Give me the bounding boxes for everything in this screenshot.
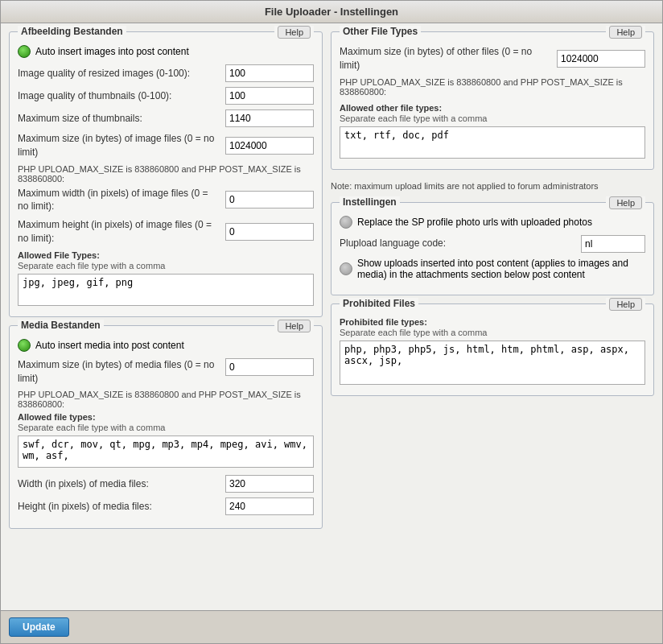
afbeelding-help-container: Help	[274, 26, 314, 39]
title-bar: File Uploader - Instellingen	[1, 1, 662, 23]
replace-sp-toggle[interactable]	[340, 216, 352, 229]
prohibited-panel: Prohibited Files Help Prohibited file ty…	[331, 303, 654, 396]
media-panel: Media Bestanden Help Auto insert media i…	[9, 325, 323, 530]
instellingen-legend: Instellingen	[340, 196, 400, 208]
media-allowed-types-textarea[interactable]: swf, dcr, mov, qt, mpg, mp3, mp4, mpeg, …	[18, 436, 314, 468]
auto-insert-media-toggle[interactable]	[18, 339, 31, 352]
auto-insert-media-row: Auto insert media into post content	[18, 339, 314, 352]
plupload-input[interactable]	[581, 235, 645, 253]
other-allowed-types-textarea[interactable]: txt, rtf, doc, pdf	[340, 126, 645, 159]
max-height-input[interactable]	[225, 223, 314, 241]
max-width-row: Maximum width (in pixels) of image files…	[18, 187, 314, 214]
prohibited-legend: Prohibited Files	[340, 298, 418, 309]
other-files-panel: Other File Types Help Maximum size (in b…	[331, 31, 654, 170]
prohibited-types-note: Separate each file type with a comma	[340, 328, 645, 337]
other-max-size-input[interactable]	[557, 50, 645, 68]
quality-resized-row: Image quality of resized images (0-100):	[18, 64, 314, 82]
auto-insert-images-toggle[interactable]	[18, 45, 31, 58]
media-height-label: Height (in pixels) of media files:	[18, 500, 220, 514]
upload-note: Note: maximum upload limits are not appl…	[331, 178, 654, 194]
prohibited-types-textarea[interactable]: php, php3, php5, js, html, htm, phtml, a…	[340, 341, 645, 385]
afbeelding-help-button[interactable]: Help	[278, 26, 311, 39]
media-help-container: Help	[274, 320, 314, 332]
afbeelding-content: Auto insert images into post content Ima…	[18, 45, 314, 308]
media-content: Auto insert media into post content Maxi…	[18, 339, 314, 516]
other-php-note: PHP UPLOAD_MAX_SIZE is 838860800 and PHP…	[340, 77, 645, 97]
max-width-input[interactable]	[225, 191, 314, 208]
max-width-label: Maximum width (in pixels) of image files…	[18, 187, 220, 214]
afbeelding-legend: Afbeelding Bestanden	[18, 26, 126, 37]
auto-insert-images-label: Auto insert images into post content	[35, 46, 189, 57]
prohibited-help-button[interactable]: Help	[609, 298, 642, 311]
show-uploads-toggle[interactable]	[340, 262, 352, 275]
allowed-types-label: Allowed File Types:	[18, 250, 314, 260]
media-height-row: Height (in pixels) of media files:	[18, 497, 314, 515]
plupload-label: Plupload language code:	[340, 237, 576, 250]
update-button[interactable]: Update	[9, 617, 69, 637]
media-max-size-input[interactable]	[225, 358, 314, 376]
other-allowed-types-label: Allowed other file types:	[340, 103, 645, 113]
max-height-row: Maximum height (in pixels) of image file…	[18, 218, 314, 246]
max-size-image-input[interactable]	[225, 137, 314, 155]
other-files-legend: Other File Types	[340, 26, 421, 37]
media-width-row: Width (in pixels) of media files:	[18, 475, 314, 493]
media-width-label: Width (in pixels) of media files:	[18, 477, 220, 491]
prohibited-content: Prohibited file types: Separate each fil…	[340, 317, 645, 387]
quality-resized-label: Image quality of resized images (0-100):	[18, 67, 220, 80]
afbeelding-panel: Afbeelding Bestanden Help Auto insert im…	[9, 31, 323, 317]
show-uploads-label: Show uploads inserted into post content …	[357, 258, 645, 280]
max-size-thumb-input[interactable]	[225, 109, 314, 127]
other-files-help-button[interactable]: Help	[609, 26, 642, 39]
image-php-note: PHP UPLOAD_MAX_SIZE is 838860800 and PHP…	[18, 164, 314, 184]
allowed-types-note: Separate each file type with a comma	[18, 261, 314, 270]
max-height-label: Maximum height (in pixels) of image file…	[18, 218, 220, 246]
quality-resized-input[interactable]	[225, 64, 314, 82]
content-area: Afbeelding Bestanden Help Auto insert im…	[1, 23, 662, 610]
quality-thumb-label: Image quality of thumbnails (0-100):	[18, 89, 220, 103]
quality-thumb-row: Image quality of thumbnails (0-100):	[18, 87, 314, 105]
media-height-input[interactable]	[225, 497, 314, 515]
auto-insert-images-row: Auto insert images into post content	[18, 45, 314, 58]
media-allowed-types-label: Allowed file types:	[18, 412, 314, 422]
media-legend: Media Bestanden	[18, 320, 104, 331]
media-max-size-label: Maximum size (in bytes) of media files (…	[18, 358, 220, 386]
other-max-size-label: Maximum size (in bytes) of other files (…	[340, 45, 552, 72]
max-size-image-row: Maximum size (in bytes) of image files (…	[18, 132, 314, 159]
replace-sp-label: Replace the SP profile photo urls with u…	[357, 217, 592, 228]
max-size-thumb-label: Maximum size of thumbnails:	[18, 112, 220, 126]
max-size-image-label: Maximum size (in bytes) of image files (…	[18, 132, 220, 159]
media-php-note: PHP UPLOAD_MAX_SIZE is 838860800 and PHP…	[18, 390, 314, 409]
media-help-button[interactable]: Help	[278, 320, 311, 332]
auto-insert-media-label: Auto insert media into post content	[35, 340, 184, 351]
instellingen-help-button[interactable]: Help	[609, 196, 642, 209]
media-max-size-row: Maximum size (in bytes) of media files (…	[18, 358, 314, 386]
prohibited-help-container: Help	[606, 298, 645, 311]
other-allowed-types-note: Separate each file type with a comma	[340, 114, 645, 123]
prohibited-types-label: Prohibited file types:	[340, 317, 645, 327]
media-width-input[interactable]	[225, 475, 314, 493]
instellingen-help-container: Help	[606, 196, 645, 209]
media-allowed-types-note: Separate each file type with a comma	[18, 423, 314, 432]
main-window: File Uploader - Instellingen Afbeelding …	[0, 0, 663, 644]
plupload-row: Plupload language code:	[340, 235, 645, 253]
allowed-types-textarea[interactable]: jpg, jpeg, gif, png	[18, 274, 314, 306]
replace-sp-row: Replace the SP profile photo urls with u…	[340, 216, 645, 229]
left-column: Afbeelding Bestanden Help Auto insert im…	[9, 31, 323, 602]
window-title: File Uploader - Instellingen	[265, 6, 398, 18]
max-size-thumb-row: Maximum size of thumbnails:	[18, 109, 314, 127]
instellingen-content: Replace the SP profile photo urls with u…	[340, 216, 645, 280]
right-column: Other File Types Help Maximum size (in b…	[331, 31, 654, 602]
bottom-bar: Update	[1, 610, 662, 643]
other-files-content: Maximum size (in bytes) of other files (…	[340, 45, 645, 161]
quality-thumb-input[interactable]	[225, 87, 314, 105]
other-max-size-row: Maximum size (in bytes) of other files (…	[340, 45, 645, 72]
other-files-help-container: Help	[606, 26, 645, 39]
show-uploads-row: Show uploads inserted into post content …	[340, 258, 645, 280]
instellingen-panel: Instellingen Help Replace the SP profile…	[331, 202, 654, 295]
